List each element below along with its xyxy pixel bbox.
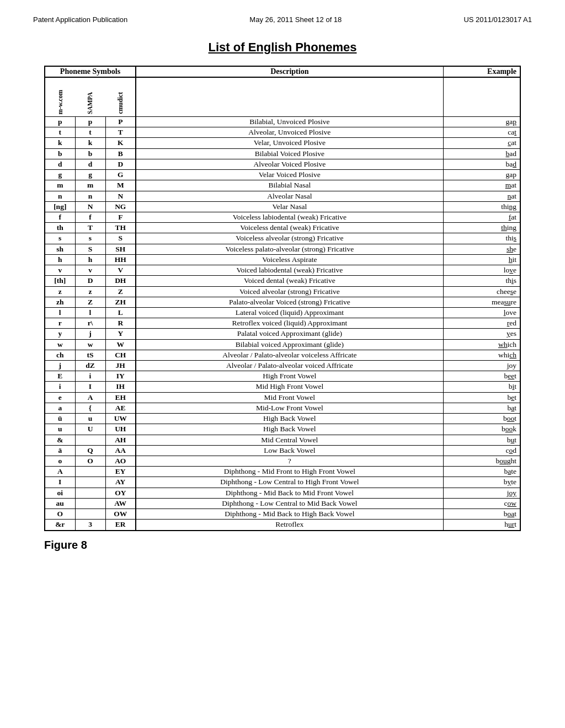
cell-cmudict: ER [105,520,136,531]
cell-description: Diphthong - Mid Back to Mid Front Vowel [136,488,443,498]
rotated-sub-headers: m-w.com SAMPA cmudict [45,77,136,117]
cell-sampa: b [75,148,105,159]
cell-sampa: T [75,223,105,233]
cell-description: Bilabial Voiced Plosive [136,148,443,159]
cell-cmudict: G [105,170,136,180]
cell-example: boot [443,414,520,424]
cell-sampa [75,509,105,520]
description-header: Description [136,66,443,77]
cell-description: Alveolar Nasal [136,191,443,201]
cell-sampa: f [75,212,105,222]
table-row: &r3ERRetroflexhurt [45,520,520,531]
cell-mwcom: o [45,456,75,467]
cell-cmudict: Y [105,329,136,339]
cell-sampa: Z [75,297,105,307]
cell-cmudict: R [105,318,136,329]
cell-sampa: { [75,403,105,413]
cell-sampa: p [75,117,105,127]
cell-description: Palato-alveolar Voiced (strong) Fricativ… [136,297,443,307]
cell-mwcom: s [45,233,75,244]
cell-example: cheese [443,286,520,297]
cell-description: Retroflex [136,520,443,531]
table-row: a{AEMid-Low Front Vowelbat [45,403,520,413]
cell-cmudict: K [105,138,136,148]
cell-sampa: v [75,265,105,276]
cell-description: High Front Vowel [136,371,443,382]
table-row: rr\RRetroflex voiced (liquid) Approximan… [45,318,520,329]
cell-sampa [75,477,105,488]
cell-example: boat [443,509,520,520]
cell-mwcom: w [45,339,75,350]
cell-example: bat [443,403,520,413]
table-row: hhHHVoiceless Aspiratehit [45,254,520,265]
cell-sampa: h [75,254,105,265]
cell-mwcom: &r [45,520,75,531]
page-header: Patent Application Publication May 26, 2… [0,0,565,29]
cell-example: cat [443,127,520,138]
cell-cmudict: T [105,127,136,138]
header-right: US 2011/0123017 A1 [463,15,532,24]
cell-example: byte [443,477,520,488]
main-content: List of English Phonemes Phoneme Symbols… [0,29,565,574]
cell-sampa: r\ [75,318,105,329]
cell-cmudict: F [105,212,136,222]
cell-sampa [75,467,105,477]
table-row: vvVVoiced labiodental (weak) Fricativelo… [45,265,520,276]
cell-description: Palatal voiced Approximant (glide) [136,329,443,339]
cell-mwcom: ü [45,414,75,424]
cell-example: cat [443,138,520,148]
cell-description: Alveolar / Palato-alveolar voiced Affric… [136,361,443,371]
table-row: chtSCHAlveolar / Palato-alveolar voicele… [45,350,520,360]
table-row: &AHMid Central Vowelbut [45,435,520,445]
cell-mwcom: [th] [45,276,75,286]
table-row: AEYDiphthong - Mid Front to High Front V… [45,467,520,477]
cell-cmudict: M [105,180,136,191]
cell-mwcom: r [45,318,75,329]
cell-sampa: t [75,127,105,138]
cell-cmudict: AW [105,498,136,508]
cell-cmudict: S [105,233,136,244]
table-row: iIIHMid High Front Vowelbit [45,382,520,392]
table-row: thTTHVoiceless dental (weak) Fricativeth… [45,223,520,233]
table-row: äQAALow Back Vowelcod [45,445,520,456]
cell-description: Mid Central Vowel [136,435,443,445]
table-row: auAWDiphthong - Low Central to Mid Back … [45,498,520,508]
cell-mwcom: sh [45,244,75,254]
cell-example: this [443,233,520,244]
cell-cmudict: W [105,339,136,350]
cell-example: hit [443,254,520,265]
table-row: mmMBilabial Nasalmat [45,180,520,191]
cell-sampa [75,488,105,498]
cell-description: Mid High Front Vowel [136,382,443,392]
cell-mwcom: l [45,307,75,318]
cell-cmudict: B [105,148,136,159]
table-row: IAYDiphthong - Low Central to High Front… [45,477,520,488]
cell-description: Retroflex voiced (liquid) Approximant [136,318,443,329]
cell-sampa: S [75,244,105,254]
cell-example: fat [443,212,520,222]
cell-description: Diphthong - Low Central to Mid Back Vowe… [136,498,443,508]
cell-cmudict: OY [105,488,136,498]
table-row: ttTAlveolar, Unvoiced Plosivecat [45,127,520,138]
cell-description: Mid Front Vowel [136,392,443,403]
cell-cmudict: L [105,307,136,318]
cell-mwcom: e [45,392,75,403]
cell-example: cod [443,445,520,456]
phoneme-symbols-header: Phoneme Symbols [45,66,136,77]
cell-cmudict: UH [105,424,136,435]
table-row: llLLateral voiced (liquid) Approximantlo… [45,307,520,318]
cell-cmudict: EH [105,392,136,403]
cell-mwcom: j [45,361,75,371]
cell-mwcom: I [45,477,75,488]
cell-example: this [443,276,520,286]
cell-sampa: k [75,138,105,148]
cell-description: Voiceless labiodental (weak) Fricative [136,212,443,222]
table-row: zhZZHPalato-alveolar Voiced (strong) Fri… [45,297,520,307]
cell-description: Bilabial Nasal [136,180,443,191]
cell-mwcom: k [45,138,75,148]
cell-description: Voiceless Aspirate [136,254,443,265]
cell-cmudict: ZH [105,297,136,307]
table-row: oiOYDiphthong - Mid Back to Mid Front Vo… [45,488,520,498]
table-row: ssSVoiceless alveolar (strong) Fricative… [45,233,520,244]
cell-description: Velar, Unvoiced Plosive [136,138,443,148]
